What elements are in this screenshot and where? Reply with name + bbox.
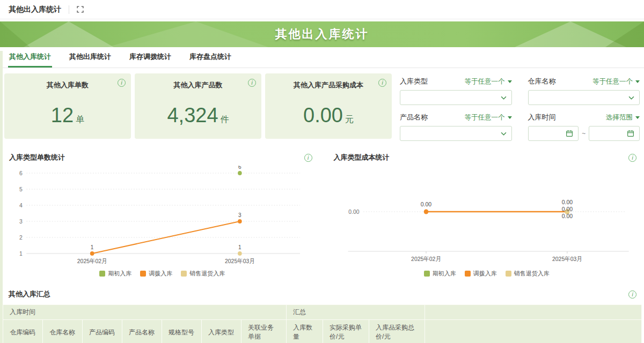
stat-card-inbound-orders: 其他入库单数 i 12单: [4, 73, 131, 139]
stat-title: 其他入库产品数: [135, 80, 261, 90]
group-header-filler: [425, 305, 642, 320]
calendar-icon: [566, 130, 573, 137]
product-name-select[interactable]: [400, 126, 512, 141]
legend-item[interactable]: 调拨入库: [465, 270, 497, 278]
chart-panel-inbound-cost: 入库类型成本统计 i 0.002025年02月2025年03月0.000.000…: [327, 150, 642, 282]
stat-unit: 元: [345, 115, 354, 124]
svg-text:0.00: 0.00: [561, 206, 572, 212]
legend-label: 期初入库: [433, 270, 456, 278]
col-total-purchase-price: 入库品采购总价/元: [369, 320, 425, 343]
info-icon[interactable]: i: [118, 79, 126, 87]
col-actual-unit-price: 实际采购单价/元: [323, 320, 369, 343]
stats-row: 其他入库单数 i 12单 其他入库产品数 i 4,324件 其他入库产品采购成本…: [4, 73, 642, 141]
legend-label: 销售退货入库: [189, 270, 225, 278]
legend-item[interactable]: 期初入库: [99, 270, 131, 278]
tab-stock-count-stats[interactable]: 库存盘点统计: [188, 47, 232, 68]
legend-item[interactable]: 期初入库: [424, 270, 456, 278]
col-filler: [425, 320, 642, 343]
col-inbound-type: 入库类型: [202, 320, 241, 343]
inbound-count-line-chart[interactable]: 1234562025年02月2025年03月6131: [9, 166, 316, 269]
filter-product-name: 产品名称 等于任意一个: [400, 113, 512, 141]
filter-inbound-type: 入库类型 等于任意一个: [400, 77, 512, 105]
filter-operator-dropdown[interactable]: 等于任意一个: [592, 77, 640, 86]
inbound-summary-table: 入库时间 汇总 仓库编码 仓库名称 产品编码 产品名称 规格型号 入库类型 关联…: [3, 304, 642, 343]
legend-swatch-icon: [424, 271, 430, 277]
filter-operator-dropdown[interactable]: 等于任意一个: [465, 77, 512, 86]
filter-operator-dropdown[interactable]: 等于任意一个: [465, 113, 512, 122]
svg-text:1: 1: [91, 244, 94, 250]
chevron-down-icon: [628, 96, 634, 100]
stat-value: 12: [51, 104, 74, 126]
start-date-input[interactable]: [528, 126, 579, 141]
legend-swatch-icon: [181, 271, 187, 277]
stat-title: 其他入库产品采购成本: [265, 80, 392, 90]
warehouse-name-select[interactable]: [528, 90, 640, 105]
group-header-inbound-time: 入库时间: [3, 305, 287, 320]
svg-text:2025年02月: 2025年02月: [411, 256, 441, 262]
svg-text:0.00: 0.00: [420, 201, 431, 207]
svg-text:3: 3: [238, 212, 241, 218]
svg-text:0.00: 0.00: [561, 213, 572, 219]
filter-label: 产品名称: [400, 113, 428, 122]
col-product-code: 产品编码: [83, 320, 122, 343]
info-icon[interactable]: i: [628, 154, 636, 162]
inbound-summary-section: 其他入库汇总 i 入库时间 汇总 仓库编码 仓库名称 产品编码 产品名称 规格型…: [3, 284, 642, 343]
svg-text:1: 1: [19, 250, 23, 257]
info-icon[interactable]: i: [628, 290, 636, 299]
svg-text:6: 6: [19, 170, 23, 176]
col-product-name: 产品名称: [122, 320, 162, 343]
col-warehouse-code: 仓库编码: [3, 320, 43, 343]
tab-stock-transfer-stats[interactable]: 库存调拨统计: [128, 47, 172, 68]
svg-text:0.00: 0.00: [561, 199, 572, 205]
caret-down-icon: [508, 80, 512, 83]
calendar-icon: [627, 130, 634, 137]
svg-text:3: 3: [19, 218, 23, 225]
svg-text:2025年03月: 2025年03月: [225, 258, 255, 264]
svg-text:4: 4: [19, 202, 23, 208]
col-spec-model: 规格型号: [162, 320, 202, 343]
stat-value: 0.00: [303, 104, 343, 126]
end-date-input[interactable]: [589, 126, 640, 141]
filter-operator-dropdown[interactable]: 选择范围: [606, 113, 640, 122]
legend-swatch-icon: [506, 271, 511, 277]
filter-warehouse-name: 仓库名称 等于任意一个: [528, 77, 640, 105]
banner: 其他出入库统计: [0, 21, 644, 47]
legend-item[interactable]: 销售退货入库: [506, 270, 550, 278]
col-warehouse-name: 仓库名称: [43, 320, 83, 343]
stat-unit: 件: [221, 115, 229, 124]
topbar: 其他出入库统计: [0, 0, 644, 19]
legend-swatch-icon: [140, 271, 146, 277]
svg-text:5: 5: [19, 186, 23, 192]
col-related-doc: 关联业务单据: [241, 320, 287, 343]
chevron-down-icon: [501, 96, 507, 100]
legend-label: 调拨入库: [473, 270, 497, 278]
inbound-type-select[interactable]: [400, 90, 512, 105]
tab-other-outbound-stats[interactable]: 其他出库统计: [68, 47, 112, 68]
info-icon[interactable]: i: [304, 154, 312, 162]
fullscreen-icon[interactable]: [77, 6, 84, 13]
inbound-cost-line-chart[interactable]: 0.002025年02月2025年03月0.000.000.000.00: [334, 166, 640, 269]
stat-value: 4,324: [167, 104, 218, 126]
caret-down-icon: [635, 116, 640, 119]
banner-title: 其他出入库统计: [0, 21, 644, 47]
chart-legend: 期初入库调拨入库销售退货入库: [334, 270, 640, 278]
stat-card-inbound-products: 其他入库产品数 i 4,324件: [135, 73, 261, 139]
svg-text:6: 6: [238, 166, 241, 170]
page-title: 其他出入库统计: [9, 5, 61, 14]
legend-label: 期初入库: [108, 270, 131, 278]
chevron-down-icon: [501, 132, 507, 136]
chart-title: 入库类型单数统计: [9, 153, 316, 162]
svg-text:2: 2: [19, 234, 23, 241]
topbar-divider: [69, 5, 69, 14]
stat-card-purchase-cost: 其他入库产品采购成本 i 0.00元: [265, 73, 392, 139]
date-range-separator: ~: [582, 130, 586, 137]
info-icon[interactable]: i: [378, 79, 386, 87]
stat-title: 其他入库单数: [4, 80, 131, 90]
legend-item[interactable]: 调拨入库: [140, 270, 172, 278]
filter-inbound-time: 入库时间 选择范围 ~: [528, 113, 640, 141]
tab-bar: 其他入库统计 其他出库统计 库存调拨统计 库存盘点统计: [3, 47, 644, 68]
tab-other-inbound-stats[interactable]: 其他入库统计: [8, 47, 52, 68]
legend-label: 调拨入库: [149, 270, 172, 278]
legend-item[interactable]: 销售退货入库: [181, 270, 225, 278]
info-icon[interactable]: i: [248, 79, 256, 87]
